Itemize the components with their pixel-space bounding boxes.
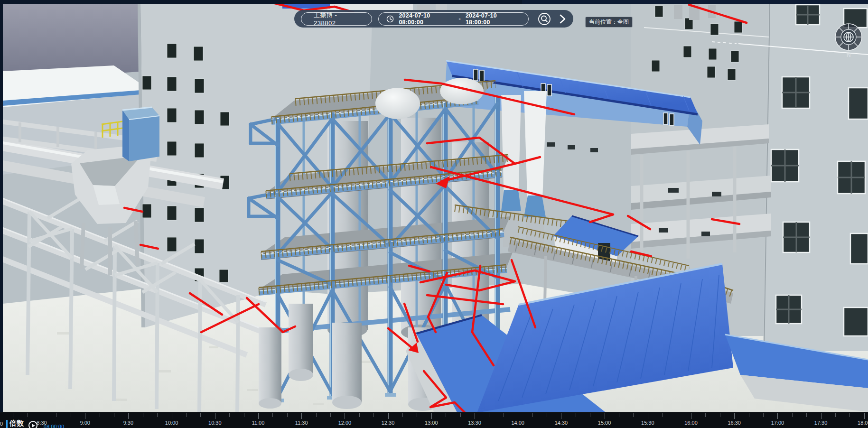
timeline-tick-label: 17:30 <box>814 420 828 426</box>
timeline-tick <box>373 413 374 417</box>
clock-icon <box>386 15 394 23</box>
time-start[interactable]: 2024-07-10 08:00:00 <box>399 12 454 26</box>
timeline-tick <box>677 413 677 417</box>
app-window: N 王振博 - 238802 2024-07-10 08:00:00 - 202… <box>0 0 868 428</box>
timeline-tick-label: 15:30 <box>641 420 654 426</box>
timeline-tick <box>734 413 735 419</box>
timeline-tick <box>128 413 129 419</box>
timeline-tick-label: 15:00 <box>598 420 611 426</box>
timeline-tick <box>42 413 42 419</box>
timeline-tick-label: 13:00 <box>425 420 438 426</box>
timeline-tick <box>244 413 244 417</box>
timeline-tick <box>605 413 605 419</box>
timeline-tick <box>100 413 100 417</box>
timeline-tick <box>258 413 259 419</box>
timeline-tick <box>532 413 533 417</box>
timeline-tick-label: 18:00 <box>858 420 868 426</box>
timeline-tick <box>576 413 576 417</box>
timeline-tick-label: 11:00 <box>252 420 265 426</box>
timeline-tick <box>143 413 143 417</box>
timeline-accent-bar <box>6 420 8 428</box>
timeline-tick <box>561 413 561 419</box>
timeline-tick <box>489 413 489 417</box>
timeline-tick-label: 9:30 <box>123 420 133 426</box>
timeline-tick <box>662 413 663 417</box>
timeline-tick <box>56 413 56 417</box>
search-button[interactable] <box>538 12 551 26</box>
timeline-tick <box>359 413 360 417</box>
speed-value[interactable]: 20 <box>0 421 3 427</box>
timeline-tick <box>633 413 634 417</box>
playback-time: 08:00:00 <box>44 424 64 428</box>
timeline-tick <box>792 413 793 417</box>
timeline-tick-label: 17:00 <box>771 420 784 426</box>
person-pill[interactable]: 王振博 - 238802 <box>301 12 372 26</box>
timeline-tick-label: 9:00 <box>80 420 90 426</box>
timeline-tick <box>114 413 114 417</box>
timeline-tick <box>460 413 461 417</box>
timeline-tick <box>446 413 446 417</box>
timeline-tick <box>504 413 504 417</box>
timeline-tick <box>85 413 85 419</box>
timeline-tick <box>28 413 28 417</box>
time-end[interactable]: 2024-07-10 18:00:00 <box>466 12 521 26</box>
timeline-tick <box>388 413 389 419</box>
speed-label[interactable]: 倍数 <box>9 419 24 428</box>
compass-north-label: N <box>847 52 851 58</box>
timeline-tick-label: 16:00 <box>684 420 698 426</box>
timeline-tick-label: 16:30 <box>728 420 741 426</box>
timeline-tick <box>821 413 821 419</box>
person-label: 王振博 - 238802 <box>314 11 359 27</box>
timeline-scrubber[interactable]: 8:309:009:3010:0010:3011:0011:3012:0012:… <box>0 412 868 428</box>
timeline-tick <box>186 413 187 417</box>
play-icon <box>32 424 35 428</box>
timeline-tick <box>272 413 273 417</box>
timeline-tick-label: 10:30 <box>208 420 222 426</box>
timeline-tick <box>13 413 13 417</box>
timeline-tick-label: 10:00 <box>165 420 178 426</box>
timeline-tick <box>691 413 691 419</box>
timeline-tick <box>330 413 331 417</box>
timeline-tick <box>71 413 71 417</box>
time-range-pill[interactable]: 2024-07-10 08:00:00 - 2024-07-10 18:00:0… <box>378 12 529 26</box>
timeline-tick <box>749 413 749 417</box>
timeline-tick-label: 11:30 <box>295 420 308 426</box>
timeline-tick <box>720 413 720 417</box>
timeline-tick <box>518 413 518 419</box>
timeline-tick <box>849 413 850 417</box>
timeline-tick <box>431 413 432 419</box>
playback-toolbar: 王振博 - 238802 2024-07-10 08:00:00 - 2024-… <box>294 10 573 28</box>
current-location-label: 当前位置：全图 <box>589 19 629 25</box>
timeline-tick-label: 12:30 <box>382 420 395 426</box>
timeline-tick-label: 14:00 <box>511 420 524 426</box>
blue-enclosure <box>122 107 159 161</box>
timeline-tick <box>215 413 215 419</box>
timeline-tick <box>287 413 288 417</box>
timeline-tick <box>402 413 403 417</box>
timeline-tick <box>475 413 475 419</box>
timeline-tick <box>763 413 764 417</box>
timeline-tick <box>172 413 172 419</box>
timeline-tick <box>316 413 317 417</box>
globe-icon <box>844 32 853 42</box>
timeline-tick-label: 14:30 <box>555 420 568 426</box>
timeline-tick <box>777 413 778 419</box>
next-step-button[interactable] <box>558 14 567 24</box>
timeline-tick <box>835 413 836 417</box>
timeline-tick <box>157 413 158 417</box>
timeline-tick-label: 13:30 <box>468 420 481 426</box>
timeline-tick <box>590 413 590 417</box>
timeline-tick <box>806 413 807 417</box>
timeline-tick <box>547 413 547 417</box>
timeline-tick <box>705 413 706 417</box>
timeline-tick <box>301 413 302 419</box>
timeline-tick-label: 12:00 <box>338 420 352 426</box>
current-location-badge: 当前位置：全图 <box>585 17 633 28</box>
time-separator: - <box>459 16 461 22</box>
timeline-tick <box>619 413 619 417</box>
play-button[interactable] <box>28 421 37 428</box>
dome-tank <box>375 88 420 119</box>
viewport-3d[interactable]: N <box>0 0 868 428</box>
timeline-tick <box>648 413 648 419</box>
timeline-tick <box>200 413 201 417</box>
